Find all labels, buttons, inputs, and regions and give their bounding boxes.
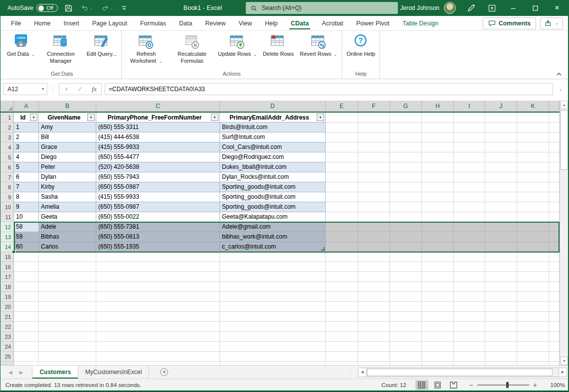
cell-A17[interactable] bbox=[14, 272, 39, 282]
column-header-E[interactable]: E bbox=[326, 101, 358, 112]
cell-partial[interactable] bbox=[14, 362, 39, 365]
cell-H11[interactable] bbox=[422, 212, 454, 222]
cell-E14[interactable] bbox=[326, 242, 358, 252]
new-sheet-button[interactable]: + bbox=[160, 368, 168, 376]
cell-partial15[interactable] bbox=[549, 252, 560, 262]
cell-partial22[interactable] bbox=[549, 322, 560, 332]
cell-A24[interactable] bbox=[14, 342, 39, 352]
cell-F12[interactable] bbox=[358, 222, 390, 232]
cell-K25[interactable] bbox=[517, 352, 549, 362]
cell-I18[interactable] bbox=[454, 282, 485, 292]
cell-I23[interactable] bbox=[454, 332, 485, 342]
cell-I6[interactable] bbox=[454, 162, 485, 172]
fill-handle[interactable] bbox=[12, 250, 15, 254]
cell-I25[interactable] bbox=[454, 352, 485, 362]
cell-G6[interactable] bbox=[390, 162, 422, 172]
cell-I16[interactable] bbox=[454, 262, 485, 272]
page-layout-view-button[interactable] bbox=[431, 380, 444, 390]
cell-partial9[interactable] bbox=[549, 192, 560, 202]
cell-F4[interactable] bbox=[358, 142, 390, 152]
cell-D25[interactable] bbox=[220, 352, 326, 362]
cell-partial[interactable] bbox=[220, 362, 326, 365]
tab-file[interactable]: File bbox=[4, 17, 27, 29]
cell-D19[interactable] bbox=[220, 292, 326, 302]
cell-J23[interactable] bbox=[485, 332, 517, 342]
row-header-23[interactable]: 23 bbox=[0, 332, 14, 342]
cell-partial23[interactable] bbox=[549, 332, 560, 342]
cell-A11[interactable]: 10 bbox=[14, 212, 39, 222]
cell-K24[interactable] bbox=[517, 342, 549, 352]
cell-H12[interactable] bbox=[422, 222, 454, 232]
cell-F23[interactable] bbox=[358, 332, 390, 342]
cell-H7[interactable] bbox=[422, 172, 454, 182]
column-header-G[interactable]: G bbox=[390, 101, 422, 112]
share-button[interactable]: ⌄ bbox=[540, 17, 563, 29]
row-header-3[interactable]: 3 bbox=[0, 132, 14, 142]
cell-G12[interactable] bbox=[390, 222, 422, 232]
next-sheet-button[interactable]: ▶ bbox=[19, 370, 23, 375]
cell-C4[interactable]: (415) 555-9933 bbox=[96, 142, 220, 152]
cell-B15[interactable] bbox=[39, 252, 96, 262]
zoom-in-button[interactable]: + bbox=[533, 381, 537, 389]
cell-partial13[interactable] bbox=[549, 232, 560, 242]
cell-C9[interactable]: (415) 555-9933 bbox=[96, 192, 220, 202]
column-header-J[interactable]: J bbox=[485, 101, 517, 112]
cell-partial18[interactable] bbox=[549, 282, 560, 292]
cell-B17[interactable] bbox=[39, 272, 96, 282]
row-header-16[interactable]: 16 bbox=[0, 262, 14, 272]
cell-F18[interactable] bbox=[358, 282, 390, 292]
cell-A16[interactable] bbox=[14, 262, 39, 272]
cell-K16[interactable] bbox=[517, 262, 549, 272]
tab-cdata[interactable]: CData bbox=[284, 17, 315, 29]
filter-button[interactable]: ▼ bbox=[317, 114, 324, 121]
row-header-21[interactable]: 21 bbox=[0, 312, 14, 322]
ribbon-button-connection-manager[interactable]: Connection Manager bbox=[38, 31, 84, 64]
cell-C20[interactable] bbox=[96, 302, 220, 312]
cell-B22[interactable] bbox=[39, 322, 96, 332]
cell-H17[interactable] bbox=[422, 272, 454, 282]
cell-J18[interactable] bbox=[485, 282, 517, 292]
cell-J6[interactable] bbox=[485, 162, 517, 172]
cell-G15[interactable] bbox=[390, 252, 422, 262]
zoom-out-button[interactable]: − bbox=[469, 381, 473, 389]
column-header-I[interactable]: I bbox=[454, 101, 485, 112]
scroll-down-button[interactable]: ▼ bbox=[561, 357, 568, 365]
cell-partial11[interactable] bbox=[549, 212, 560, 222]
cell-E4[interactable] bbox=[326, 142, 358, 152]
cell-B9[interactable]: Sasha bbox=[39, 192, 96, 202]
cell-J11[interactable] bbox=[485, 212, 517, 222]
cell-F14[interactable] bbox=[358, 242, 390, 252]
cell-K2[interactable] bbox=[517, 123, 549, 132]
cell-J9[interactable] bbox=[485, 192, 517, 202]
cell-partial14[interactable] bbox=[549, 242, 560, 252]
cell-partial[interactable] bbox=[39, 362, 96, 365]
horizontal-scrollbar[interactable]: ◀ ▶ bbox=[358, 368, 567, 377]
cell-I20[interactable] bbox=[454, 302, 485, 312]
cell-E11[interactable] bbox=[326, 212, 358, 222]
tab-view[interactable]: View bbox=[232, 17, 258, 29]
cell-partial19[interactable] bbox=[549, 292, 560, 302]
cell-E6[interactable] bbox=[326, 162, 358, 172]
cell-B20[interactable] bbox=[39, 302, 96, 312]
cell-J16[interactable] bbox=[485, 262, 517, 272]
cell-J2[interactable] bbox=[485, 123, 517, 132]
cell-partial1[interactable] bbox=[549, 113, 560, 123]
cell-K5[interactable] bbox=[517, 152, 549, 162]
cell-partial[interactable] bbox=[485, 362, 517, 365]
row-header-15[interactable]: 15 bbox=[0, 252, 14, 262]
cell-I2[interactable] bbox=[454, 123, 485, 132]
row-header-11[interactable]: 11 bbox=[0, 212, 14, 222]
cell-E7[interactable] bbox=[326, 172, 358, 182]
cell-F17[interactable] bbox=[358, 272, 390, 282]
row-header-17[interactable]: 17 bbox=[0, 272, 14, 282]
column-header-A[interactable]: A bbox=[14, 101, 39, 112]
cell-A5[interactable]: 4 bbox=[14, 152, 39, 162]
cell-D16[interactable] bbox=[220, 262, 326, 272]
cell-F9[interactable] bbox=[358, 192, 390, 202]
vertical-scrollbar[interactable]: ▲▼ bbox=[560, 101, 568, 365]
name-box-dropdown-icon[interactable]: ▾ bbox=[39, 87, 47, 91]
cell-F15[interactable] bbox=[358, 252, 390, 262]
column-header-H[interactable]: H bbox=[422, 101, 454, 112]
cell-partial24[interactable] bbox=[549, 342, 560, 352]
cell-I7[interactable] bbox=[454, 172, 485, 182]
